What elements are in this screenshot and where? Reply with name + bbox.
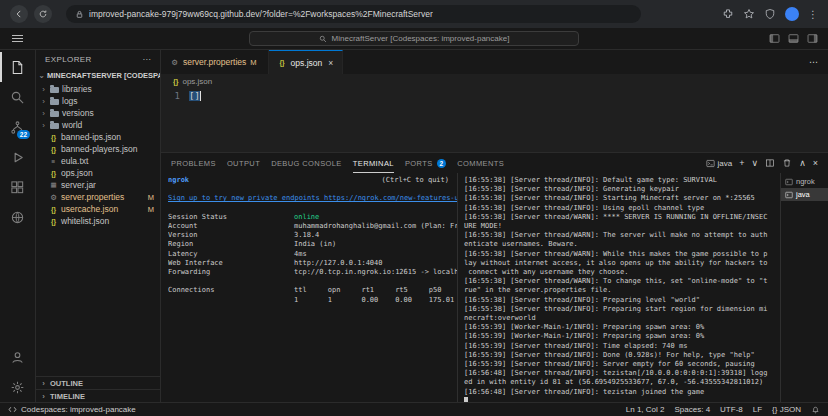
file-name: server.properties xyxy=(61,192,124,202)
workspace-section-header[interactable]: ⌄ MINECRAFTSERVER [CODESPACES: IMPRO... xyxy=(36,68,160,83)
activity-remote-explorer[interactable] xyxy=(0,202,35,232)
jar-file-icon: ▦ xyxy=(49,181,58,189)
explorer-files-icon xyxy=(10,60,25,75)
tab-problems[interactable]: PROBLEMS xyxy=(171,153,216,173)
language-mode[interactable]: {} JSON xyxy=(772,405,801,414)
log-line: lay without internet access, it also ope… xyxy=(464,259,780,268)
trash-icon[interactable] xyxy=(782,158,792,168)
breadcrumb[interactable]: {} ops.json xyxy=(161,74,828,88)
tab-actions-more-icon[interactable]: ⋯ xyxy=(809,57,828,67)
log-line: [16:55:39] [Worker-Main-1/INFO]: Prepari… xyxy=(464,332,780,341)
toggle-sidebar-icon[interactable] xyxy=(769,33,780,44)
activity-run-debug[interactable] xyxy=(0,142,35,172)
text-file-icon: ≡ xyxy=(49,158,58,165)
sidebar-more-icon[interactable]: ⋯ xyxy=(143,55,151,64)
tree-file-banned-ips[interactable]: {}banned-ips.json xyxy=(36,131,160,143)
terminal-list-item-java[interactable]: java xyxy=(781,188,828,201)
toggle-panel-icon[interactable] xyxy=(788,33,799,44)
reload-button[interactable] xyxy=(34,5,52,23)
json-file-icon: {} xyxy=(49,218,58,225)
bell-icon[interactable] xyxy=(811,405,820,414)
terminal-name: java xyxy=(796,190,810,199)
tree-folder-logs[interactable]: ›logs xyxy=(36,95,160,107)
folder-icon xyxy=(50,123,59,129)
json-file-icon: {} xyxy=(49,170,58,177)
command-center-search[interactable]: MinecraftServer [Codespaces: improved-pa… xyxy=(249,31,579,46)
close-icon[interactable]: × xyxy=(328,58,333,68)
new-terminal-icon[interactable]: + xyxy=(739,159,744,168)
activity-source-control[interactable]: 22 xyxy=(0,112,35,142)
tab-ports[interactable]: PORTS2 xyxy=(405,153,446,173)
indentation[interactable]: Spaces: 4 xyxy=(675,405,711,414)
tree-file-server-properties[interactable]: ⚙server.propertiesM xyxy=(36,191,160,203)
url-text: improved-pancake-979j79ww69cq.github.dev… xyxy=(89,9,433,19)
file-name: banned-ips.json xyxy=(61,132,121,142)
timeline-section[interactable]: ›TIMELINE xyxy=(36,389,160,402)
breadcrumb-file: ops.json xyxy=(182,77,212,86)
bookmark-star-icon[interactable] xyxy=(743,8,755,20)
chevron-down-icon[interactable]: ∨ xyxy=(752,159,759,168)
maximize-panel-icon[interactable]: ∧ xyxy=(799,159,806,168)
extensions-puzzle-icon[interactable] xyxy=(722,8,734,20)
customize-layout-icon[interactable] xyxy=(807,33,818,44)
timeline-label: TIMELINE xyxy=(50,392,85,401)
properties-file-icon: ⚙ xyxy=(170,58,179,67)
json-file-icon: {} xyxy=(49,134,58,141)
profile-avatar[interactable] xyxy=(785,7,799,21)
terminal-ngrok[interactable]: ngrok(Ctrl+C to quit) Sign up to try new… xyxy=(161,173,458,402)
split-terminal-icon[interactable] xyxy=(765,158,775,168)
terminal-java[interactable]: [16:55:38] [Server thread/INFO]: Default… xyxy=(458,173,780,402)
cursor-position[interactable]: Ln 1, Col 2 xyxy=(626,405,665,414)
status-bar: Codespaces: improved-pancake Ln 1, Col 2… xyxy=(0,402,828,416)
sidebar-title: EXPLORER xyxy=(45,55,92,64)
editor-tabbar: ⚙ server.properties M {} ops.json × ⋯ xyxy=(161,50,828,74)
remote-globe-icon xyxy=(10,210,25,225)
log-line: ed in with entity id 81 at (56.695492553… xyxy=(464,378,780,387)
browser-menu-icon[interactable]: ⋮ xyxy=(808,9,818,20)
tab-debug-console[interactable]: DEBUG CONSOLE xyxy=(271,153,342,173)
outline-section[interactable]: ›OUTLINE xyxy=(36,376,160,389)
tree-file-eula[interactable]: ≡eula.txt xyxy=(36,155,160,167)
properties-file-icon: ⚙ xyxy=(49,193,58,202)
tab-ops-json[interactable]: {} ops.json × xyxy=(269,50,344,74)
tab-output[interactable]: OUTPUT xyxy=(227,153,260,173)
tree-file-usercache[interactable]: {}usercache.jsonM xyxy=(36,203,160,215)
ngrok-signup-link[interactable]: Sign up to try new private endpoints htt… xyxy=(168,194,457,203)
layout-controls xyxy=(769,33,818,44)
tab-server-properties[interactable]: ⚙ server.properties M xyxy=(161,50,269,74)
terminal-list-item-ngrok[interactable]: ngrok xyxy=(781,175,828,188)
activity-search[interactable] xyxy=(0,82,35,112)
tree-file-banned-players[interactable]: {}banned-players.json xyxy=(36,143,160,155)
folder-name: libraries xyxy=(62,84,92,94)
encoding[interactable]: UTF-8 xyxy=(720,405,743,414)
activity-explorer[interactable] xyxy=(0,52,35,82)
back-arrow-icon xyxy=(14,9,24,19)
log-line: [16:55:38] [Server thread/WARN]: **** SE… xyxy=(464,213,780,222)
log-line: [16:55:38] [Server thread/INFO]: Default… xyxy=(464,176,780,185)
tree-file-server-jar[interactable]: ▦server.jar xyxy=(36,179,160,191)
shield-icon[interactable] xyxy=(764,8,776,20)
eol[interactable]: LF xyxy=(753,405,762,414)
remote-indicator[interactable]: Codespaces: improved-pancake xyxy=(8,405,136,414)
activity-account[interactable] xyxy=(0,342,35,372)
tree-file-ops[interactable]: {}ops.json xyxy=(36,167,160,179)
tree-folder-world[interactable]: ›world xyxy=(36,119,160,131)
tree-folder-libraries[interactable]: ›libraries xyxy=(36,83,160,95)
activity-settings[interactable] xyxy=(0,372,35,402)
tab-terminal[interactable]: TERMINAL xyxy=(353,153,394,173)
panel-tabbar: PROBLEMS OUTPUT DEBUG CONSOLE TERMINAL P… xyxy=(161,153,828,173)
menu-icon[interactable] xyxy=(12,38,23,39)
editor-content[interactable]: 1 [] xyxy=(161,88,828,152)
address-bar[interactable]: improved-pancake-979j79ww69cq.github.dev… xyxy=(66,5,641,23)
log-line: [16:55:38] [Server thread/INFO]: Generat… xyxy=(464,185,780,194)
tree-file-whitelist[interactable]: {}whitelist.json xyxy=(36,215,160,227)
activity-extensions[interactable] xyxy=(0,172,35,202)
tree-folder-versions[interactable]: ›versions xyxy=(36,107,160,119)
tab-comments[interactable]: COMMENTS xyxy=(457,153,504,173)
close-panel-icon[interactable]: × xyxy=(813,159,818,168)
terminal-name: ngrok xyxy=(796,177,815,186)
shell-launcher[interactable]: java xyxy=(706,159,733,168)
selected-text: [] xyxy=(189,91,200,101)
file-name: usercache.json xyxy=(61,204,118,214)
back-button[interactable] xyxy=(10,5,28,23)
